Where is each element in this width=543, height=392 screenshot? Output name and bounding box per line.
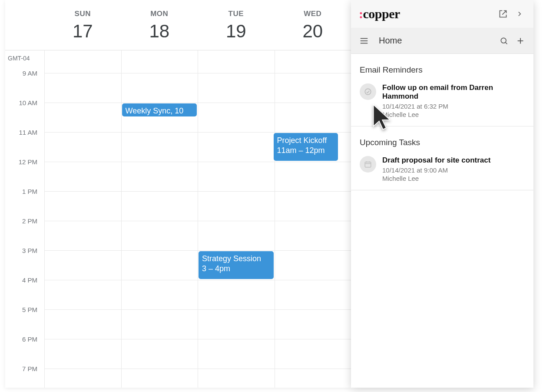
hour-label: 3 PM — [5, 247, 41, 254]
calendar-event[interactable]: Weekly Sync, 10 — [122, 103, 197, 116]
hour-label: 6 PM — [5, 336, 41, 343]
svg-point-7 — [365, 89, 371, 95]
event-title: Project Kickoff — [277, 136, 335, 146]
list-item[interactable]: Follow up on email from Darren Hammond10… — [351, 79, 533, 126]
day-number: 20 — [275, 21, 351, 42]
svg-point-3 — [501, 38, 506, 43]
hour-row: 7 PM — [5, 369, 351, 388]
header-gutter — [5, 0, 44, 50]
day-name: WED — [275, 10, 351, 18]
day-name: TUE — [198, 10, 275, 18]
copper-logo: :copper — [359, 7, 400, 21]
hour-label: 12 PM — [5, 158, 41, 166]
hour-row: 2 PM — [5, 221, 351, 250]
hour-row: 1 PM — [5, 191, 351, 221]
event-title: Strategy Session — [202, 254, 270, 264]
event-time: 3 – 4pm — [202, 264, 270, 274]
hour-label: 9 AM — [5, 70, 41, 77]
col-divider — [44, 50, 45, 388]
day-name: MON — [121, 10, 198, 18]
day-name: SUN — [44, 10, 121, 18]
item-owner: Michelle Lee — [382, 175, 490, 182]
item-datetime: 10/14/2021 at 6:32 PM — [382, 103, 525, 110]
hour-label: 11 AM — [5, 129, 41, 136]
divider — [351, 190, 533, 190]
day-col-sun[interactable]: SUN 17 — [44, 0, 121, 50]
day-number: 18 — [121, 21, 198, 42]
hour-row: 12 PM — [5, 162, 351, 191]
open-external-icon[interactable] — [497, 8, 509, 20]
col-divider — [275, 50, 275, 388]
hour-label: 1 PM — [5, 188, 41, 195]
section-title: Upcoming Tasks — [351, 126, 533, 152]
section-title: Email Reminders — [351, 54, 533, 79]
col-divider — [198, 50, 198, 388]
brand-text: copper — [363, 7, 400, 21]
calendar-header: SUN 17 MON 18 TUE 19 WED 20 — [5, 0, 351, 50]
hour-row: 9 AM — [5, 73, 351, 103]
timezone-label: GMT-04 — [8, 55, 30, 62]
event-title: Weekly Sync, 10 — [126, 106, 194, 116]
hour-label: 10 AM — [5, 99, 41, 106]
calendar-event[interactable]: Project Kickoff11am – 12pm — [274, 133, 338, 161]
day-number: 19 — [198, 21, 275, 42]
panel-content: Email RemindersFollow up on email from D… — [351, 54, 533, 190]
hour-row: 5 PM — [5, 309, 351, 339]
panel-topbar: :copper — [351, 0, 533, 28]
hour-row: 3 PM — [5, 250, 351, 280]
calendar: SUN 17 MON 18 TUE 19 WED 20 GMT-04 9 AM1… — [5, 0, 351, 388]
col-divider — [121, 50, 122, 388]
event-time: 11am – 12pm — [277, 146, 335, 156]
day-col-mon[interactable]: MON 18 — [121, 0, 198, 50]
chevron-right-icon[interactable] — [513, 8, 526, 20]
hour-label: 2 PM — [5, 217, 41, 225]
day-number: 17 — [44, 21, 121, 42]
hour-label: 5 PM — [5, 306, 41, 313]
copper-panel: :copper Home Email RemindersFollow up on… — [351, 0, 533, 388]
item-owner: Michelle Lee — [382, 111, 525, 118]
day-col-wed[interactable]: WED 20 — [275, 0, 351, 50]
add-icon[interactable] — [514, 35, 526, 47]
panel-nav: Home — [351, 28, 533, 54]
day-col-tue[interactable]: TUE 19 — [198, 0, 275, 50]
list-item[interactable]: Draft proposal for site contract10/14/20… — [351, 152, 533, 190]
search-icon[interactable] — [498, 35, 510, 47]
hour-row: 4 PM — [5, 280, 351, 309]
calendar-event[interactable]: Strategy Session3 – 4pm — [199, 251, 274, 279]
hour-label: 4 PM — [5, 276, 41, 284]
item-title: Follow up on email from Darren Hammond — [382, 83, 525, 101]
svg-rect-8 — [365, 162, 371, 167]
hour-label: 7 PM — [5, 365, 41, 372]
svg-line-4 — [506, 42, 507, 44]
check-icon[interactable] — [360, 83, 376, 100]
hour-row: 6 PM — [5, 339, 351, 369]
calendar-body[interactable]: GMT-04 9 AM10 AM11 AM12 PM1 PM2 PM3 PM4 … — [5, 50, 351, 388]
calendar-icon[interactable] — [360, 156, 376, 173]
menu-icon[interactable] — [358, 35, 370, 47]
item-datetime: 10/14/2021 at 9:00 AM — [382, 166, 490, 174]
panel-title: Home — [379, 36, 402, 46]
item-title: Draft proposal for site contract — [382, 156, 490, 165]
